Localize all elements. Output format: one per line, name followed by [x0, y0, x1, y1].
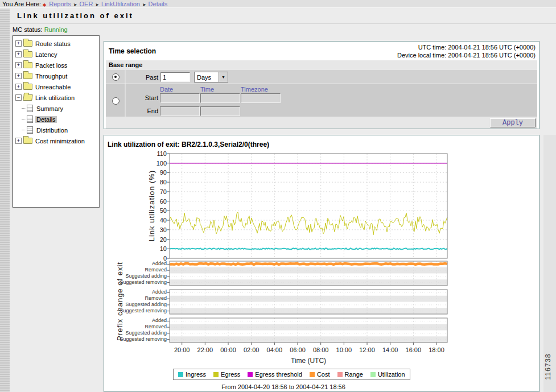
- breadcrumb-arrow-icon: ➤: [95, 2, 99, 7]
- prefix-row-label: Suggested adding: [105, 302, 167, 307]
- open-folder-icon: [23, 94, 33, 101]
- expand-icon[interactable]: +: [15, 138, 22, 144]
- sidebar-item-label: Unreachable: [34, 84, 72, 90]
- page-title: Link utilization of exit: [17, 11, 134, 20]
- breadcrumb-link-reports[interactable]: Reports: [49, 1, 71, 7]
- legend-entry-ingress: Ingress: [178, 371, 206, 378]
- expand-icon[interactable]: +: [15, 73, 22, 79]
- chart-legend: IngressEgressEgress thresholdCostRangeUt…: [173, 369, 410, 380]
- time-selection-title: Time selection: [109, 47, 156, 55]
- sidebar-item-label: Throughput: [34, 73, 68, 80]
- sidebar-item-details[interactable]: Details: [13, 114, 99, 125]
- legend-entry-egress: Egress: [213, 371, 240, 378]
- legend-label: Utilization: [378, 371, 405, 378]
- x-tick-label: 08:00: [308, 346, 333, 353]
- x-tick-label: 00:00: [216, 346, 241, 353]
- prefix-row-label: Suggested adding: [105, 273, 167, 279]
- sidebar-item-unreachable[interactable]: +Unreachable: [13, 81, 99, 92]
- sidebar-item-cost-minimization[interactable]: +Cost minimization: [13, 135, 99, 146]
- breadcrumb-link-details[interactable]: Details: [149, 1, 168, 7]
- sidebar-item-throughput[interactable]: +Throughput: [13, 71, 99, 81]
- page: You Are Here:◆Reports➤OER➤LinkUtilizatio…: [0, 0, 556, 392]
- breadcrumb-link-linkutilization[interactable]: LinkUtilization: [101, 1, 140, 7]
- legend-swatch-icon: [337, 372, 343, 377]
- sidebar-item-summary[interactable]: Summary: [13, 103, 99, 114]
- document-icon: [27, 126, 33, 134]
- sidebar-item-packet-loss[interactable]: +Packet loss: [13, 60, 99, 71]
- sidebar-item-label: Route status: [34, 40, 72, 47]
- sidebar-item-distribution[interactable]: Distribution: [13, 125, 99, 135]
- end-date-input[interactable]: [160, 106, 200, 116]
- folder-icon: [23, 62, 32, 68]
- expand-icon[interactable]: +: [15, 62, 22, 68]
- start-time-input[interactable]: [200, 93, 240, 103]
- sidebar-item-label: Link utilization: [34, 94, 76, 101]
- x-tick-label: 18:00: [424, 346, 449, 353]
- utc-time: UTC time: 2004-04-21 18:56 UTC (+0000): [397, 43, 536, 51]
- folder-icon: [23, 40, 32, 47]
- base-range-header: Base range: [106, 60, 537, 70]
- navigation-tree: +Route status+Latency+Packet loss+Throug…: [13, 35, 100, 208]
- start-date-input[interactable]: [160, 93, 200, 103]
- column-header-time: Time: [200, 86, 214, 93]
- y-axis-label: Link utilization (%): [147, 143, 156, 269]
- sidebar-item-latency[interactable]: +Latency: [13, 49, 99, 60]
- x-axis-label: Time (UTC): [274, 357, 343, 365]
- past-unit-value: Days: [197, 73, 211, 81]
- prefix-row-label: Added: [105, 261, 167, 266]
- tree-connector: [22, 119, 26, 119]
- past-value-input[interactable]: [160, 72, 190, 82]
- legend-label: Egress: [221, 371, 240, 378]
- end-time-input[interactable]: [200, 106, 240, 116]
- expand-icon[interactable]: +: [15, 51, 22, 57]
- folder-icon: [23, 73, 32, 79]
- expand-icon[interactable]: +: [15, 84, 22, 90]
- apply-button[interactable]: Apply: [490, 118, 536, 127]
- chart-panel: Link utilization of exit: BR2/2.1.0.3,Se…: [104, 135, 539, 392]
- sidebar-item-label: Summary: [35, 105, 64, 112]
- breadcrumb: You Are Here:◆Reports➤OER➤LinkUtilizatio…: [0, 0, 556, 8]
- tree-connector: [22, 130, 26, 130]
- chevron-down-icon[interactable]: ▼: [219, 72, 228, 82]
- collapse-icon[interactable]: −: [15, 94, 22, 101]
- tree-connector: [22, 108, 26, 109]
- folder-icon: [23, 138, 32, 144]
- time-selection-panel: Time selection UTC time: 2004-04-21 18:5…: [104, 41, 539, 129]
- document-icon: [27, 105, 33, 112]
- folder-icon: [23, 84, 32, 90]
- start-label: Start: [126, 94, 158, 101]
- absolute-range-row: DateTimeTimezone Start End: [106, 84, 537, 117]
- prefix-row-label: Removed: [105, 267, 167, 273]
- past-label: Past: [146, 73, 158, 82]
- legend-swatch-icon: [370, 372, 376, 377]
- prefix-row-label: Suggested removing: [105, 279, 167, 285]
- x-tick-label: 16:00: [401, 346, 426, 353]
- start-timezone-input[interactable]: [241, 93, 281, 103]
- chart-plot: [104, 135, 540, 392]
- sidebar-item-route-status[interactable]: +Route status: [13, 38, 99, 49]
- mc-status-value: Running: [44, 26, 68, 33]
- column-header-date: Date: [160, 86, 173, 93]
- legend-label: Ingress: [186, 371, 206, 378]
- column-divider: [125, 84, 126, 117]
- clock-readout: UTC time: 2004-04-21 18:56 UTC (+0000) D…: [397, 43, 536, 59]
- legend-label: Egress threshold: [255, 371, 302, 378]
- breadcrumb-link-oer[interactable]: OER: [79, 1, 93, 7]
- document-icon: [27, 115, 33, 123]
- legend-swatch-icon: [213, 372, 219, 377]
- end-label: End: [126, 108, 158, 114]
- past-radio[interactable]: [112, 73, 120, 81]
- range-radio[interactable]: [112, 97, 120, 105]
- breadcrumb-prefix: You Are Here:: [2, 1, 41, 7]
- sidebar-item-link-utilization[interactable]: −Link utilization: [13, 92, 99, 103]
- left-ridge-decoration: [0, 9, 10, 392]
- legend-swatch-icon: [178, 372, 183, 377]
- past-unit-select[interactable]: Days ▼: [194, 72, 228, 82]
- mc-status: MC status: Running: [13, 26, 68, 33]
- x-tick-label: 14:00: [378, 346, 403, 353]
- breadcrumb-arrow-icon: ➤: [73, 2, 77, 7]
- prefix-row-label: Removed: [105, 324, 167, 329]
- expand-icon[interactable]: +: [15, 40, 22, 47]
- title-divider: [10, 23, 556, 24]
- prefix-row-label: Suggested removing: [105, 336, 167, 342]
